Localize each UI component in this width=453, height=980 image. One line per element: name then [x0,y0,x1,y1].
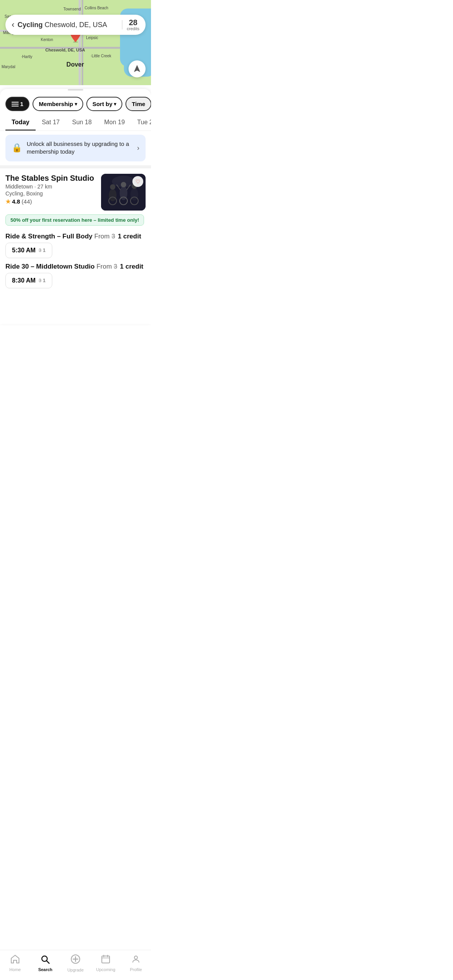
tab-sat17[interactable]: Sat 17 [36,116,66,130]
map-label-leipsic: Leipsic [86,36,98,40]
studio-image: ♡ [101,174,146,211]
promo-badge: 50% off your first reservation here – li… [5,214,144,226]
class-name-1: Ride & Strength – Full Body [5,233,93,240]
class-row-2: Ride 30 – Middletown Studio From 3 1 cre… [5,263,146,288]
bottom-sheet: 1 Membership ▾ Sort by ▾ Time Today Sat … [0,89,151,324]
original-credits-2: 3 [114,263,117,270]
svg-point-6 [109,189,117,201]
time-chip-830[interactable]: 8:30 AM 3 1 [5,273,52,288]
new-credits-2: 1 credit [120,263,143,270]
studio-header: The Stables Spin Studio Middletown · 27 … [5,174,146,211]
map-label-marydal: Marydal [2,65,15,69]
tab-mon19[interactable]: Mon 19 [98,116,131,130]
class-title-2: Ride 30 – Middletown Studio From 3 1 cre… [5,263,146,271]
class-title-1: Ride & Strength – Full Body From 3 1 cre… [5,233,146,240]
class-name-2: Ride 30 – Middletown Studio [5,263,94,270]
membership-label: Membership [39,101,73,107]
map-label-cheswold: Cheswold, DE, USA [45,48,85,52]
rating-value: 4.8 [12,198,20,205]
membership-filter[interactable]: Membership ▾ [33,97,83,111]
credit-badge-830: 3 1 [39,278,46,283]
filter-bar: 1 Membership ▾ Sort by ▾ Time [0,94,151,116]
upgrade-text: Unlock all businesses by upgrading to a … [27,140,132,156]
search-text: Cycling Cheswold, DE, USA [17,21,117,29]
filter-count: 1 [20,101,23,107]
studio-name: The Stables Spin Studio [5,174,97,183]
sortby-label: Sort by [93,101,113,107]
star-icon: ★ [5,198,10,205]
time-chip-530[interactable]: 5:30 AM 3 1 [5,243,52,258]
lock-icon: 🔒 [12,143,22,153]
sheet-handle [68,89,83,91]
upgrade-arrow: › [137,144,139,152]
map-label-kenton: Kenton [41,38,53,42]
tab-tue20[interactable]: Tue 20 [131,116,151,130]
time-filter[interactable]: Time [125,97,151,111]
class-row-1: Ride & Strength – Full Body From 3 1 cre… [5,233,146,258]
map-label-hartly: ·Hartly [21,55,33,59]
studio-card: The Stables Spin Studio Middletown · 27 … [0,165,151,228]
review-count: (44) [22,198,32,205]
new-credits-1: 1 credit [118,233,141,240]
upgrade-banner[interactable]: 🔒 Unlock all businesses by upgrading to … [5,135,146,161]
search-bar[interactable]: ‹ Cycling Cheswold, DE, USA 28 credits [5,15,146,35]
credits-number: 28 [127,19,139,26]
date-tabs: Today Sat 17 Sun 18 Mon 19 Tue 20 We... [0,116,151,131]
map-label-townsend: Townsend [63,7,81,11]
svg-point-17 [112,176,135,187]
tab-today[interactable]: Today [5,116,36,130]
credits-label: credits [127,26,139,31]
from-label-1: From [94,233,112,240]
credit-badge-530: 3 1 [39,247,46,253]
map-label-dover: Dover [67,61,84,68]
search-divider [122,20,122,29]
studio-info: The Stables Spin Studio Middletown · 27 … [5,174,97,205]
original-credits-1: 3 [112,233,115,240]
studio-meta: Middletown · 27 km [5,183,97,190]
classes-section: Ride & Strength – Full Body From 3 1 cre… [0,233,151,293]
tab-sun18[interactable]: Sun 18 [66,116,98,130]
back-button[interactable]: ‹ [12,21,14,29]
sortby-chevron: ▾ [114,101,116,107]
map-label-collins: Collins Beach [84,6,108,10]
favorite-button[interactable]: ♡ [132,176,143,187]
map[interactable]: Townsend Collins Beach Sassafras Smyrna … [0,0,151,85]
studio-rating: ★ 4.8 (44) [5,198,97,205]
sortby-filter[interactable]: Sort by ▾ [86,97,123,111]
time-830: 8:30 AM [12,277,36,284]
navigation-button[interactable] [129,60,146,77]
studio-tags: Cycling, Boxing [5,190,97,197]
time-530: 5:30 AM [12,247,36,254]
credits-box: 28 credits [127,19,139,31]
time-label: Time [132,101,145,107]
from-label-2: From [96,263,113,270]
membership-chevron: ▾ [75,101,77,107]
filter-count-button[interactable]: 1 [5,97,29,111]
map-label-little-creek: ·Little Creek [91,54,111,58]
spacer [0,293,151,324]
